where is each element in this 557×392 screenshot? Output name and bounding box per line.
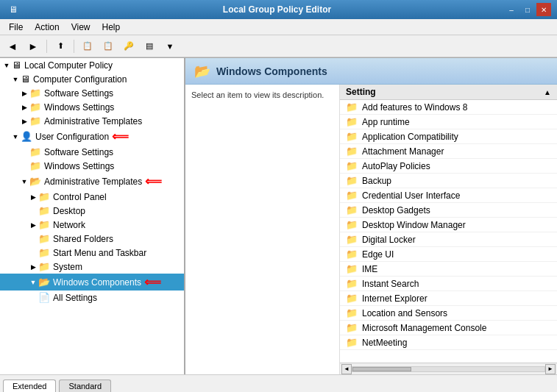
list-item[interactable]: 📁 Backup (340, 174, 557, 188)
list-item[interactable]: 📁 Desktop Window Manager (340, 218, 557, 232)
toolbar-separator-1 (46, 40, 47, 53)
tab-extended[interactable]: Extended (3, 379, 56, 392)
scroll-right-button[interactable]: ► (545, 364, 556, 374)
root-arrow: ▼ (3, 62, 10, 69)
back-button[interactable]: ◄ (3, 38, 22, 55)
tree-start-menu[interactable]: 📁 Start Menu and Taskbar (0, 246, 184, 260)
tree-shared-folders[interactable]: 📁 Shared Folders (0, 232, 184, 246)
horizontal-scrollbar[interactable]: ◄ ► (340, 363, 557, 374)
desktop-label: Desktop (53, 206, 85, 216)
folder-icon-4: 📁 (346, 146, 358, 157)
list-item[interactable]: 📁 Location and Sensors (340, 306, 557, 321)
windows-settings-2-label: Windows Settings (44, 161, 114, 171)
scroll-left-button[interactable]: ◄ (341, 364, 352, 374)
folder-icon-1: 📁 (346, 101, 358, 113)
user-config-icon: 👤 (21, 131, 32, 142)
computer-config-icon: 🖥 (21, 74, 30, 85)
tree-windows-components[interactable]: ▼ 📂 Windows Components ⟸ (0, 274, 184, 291)
maximize-button[interactable]: □ (520, 3, 535, 16)
folder-icon-13: 📁 (346, 278, 358, 289)
menu-file[interactable]: File (3, 21, 29, 34)
all-settings-icon: 📄 (38, 292, 50, 303)
tree-root[interactable]: ▼ 🖥 Local Computer Policy (0, 58, 184, 72)
toolbar-separator-2 (74, 40, 74, 53)
scroll-track[interactable] (352, 366, 545, 372)
tree-admin-templates-2[interactable]: ▼ 📂 Administrative Templates ⟸ (0, 173, 184, 190)
description-pane: Select an item to view its description. (185, 85, 340, 374)
content-header: 📂 Windows Components (185, 58, 557, 85)
new-button[interactable]: 🔑 (119, 38, 138, 55)
tree-admin-templates-1[interactable]: ▶ 📁 Administrative Templates (0, 114, 184, 128)
list-item[interactable]: 📁 Digital Locker (340, 232, 557, 247)
properties-button[interactable]: 📋 (99, 38, 118, 55)
folder-icon-5: 📁 (346, 160, 358, 171)
list-item[interactable]: 📁 App runtime (340, 115, 557, 129)
list-item[interactable]: 📁 Desktop Gadgets (340, 203, 557, 218)
up-button[interactable]: ⬆ (51, 38, 70, 55)
tree-software-settings-2[interactable]: 📁 Software Settings (0, 145, 184, 159)
windows-components-arrow: ▼ (29, 279, 37, 286)
list-item[interactable]: 📁 AutoPlay Policies (340, 159, 557, 174)
start-menu-arrow (29, 249, 37, 257)
tree-system[interactable]: ▶ 📁 System (0, 260, 184, 274)
content-header-icon: 📂 (194, 63, 210, 79)
window-title: Local Group Policy Editor (50, 4, 504, 15)
list-item-label-10: Digital Locker (362, 235, 416, 245)
desktop-arrow (29, 207, 37, 215)
list-item[interactable]: 📁 Edge UI (340, 247, 557, 262)
tree-root-label: Local Computer Policy (24, 60, 113, 71)
software-settings-2-icon: 📁 (29, 146, 41, 157)
tab-standard[interactable]: Standard (59, 379, 111, 392)
forward-button[interactable]: ► (24, 38, 43, 55)
start-menu-icon: 📁 (38, 247, 50, 258)
show-hide-button[interactable]: 📋 (78, 38, 97, 55)
admin-templates-1-icon: 📁 (29, 115, 41, 126)
folder-icon-16: 📁 (346, 322, 358, 333)
tree-all-settings[interactable]: 📄 All Settings (0, 291, 184, 304)
list-item-label-6: Backup (362, 176, 391, 186)
close-button[interactable]: ✕ (536, 3, 551, 16)
view-button[interactable]: ▤ (140, 38, 159, 55)
list-item-label-14: Internet Explorer (362, 293, 427, 304)
tree-software-settings-1[interactable]: ▶ 📁 Software Settings (0, 86, 184, 100)
scroll-thumb[interactable] (352, 367, 411, 371)
list-item-label-4: Attachment Manager (362, 146, 444, 157)
list-item[interactable]: 📁 NetMeeting (340, 335, 557, 350)
window-controls: – □ ✕ (504, 3, 551, 16)
tree-computer-config[interactable]: ▼ 🖥 Computer Configuration (0, 72, 184, 86)
folder-icon-3: 📁 (346, 131, 358, 142)
menu-bar: File Action View Help (0, 19, 557, 35)
windows-settings-1-arrow: ▶ (21, 104, 28, 111)
tree-network[interactable]: ▶ 📁 Network (0, 218, 184, 232)
list-pane[interactable]: 📁 Add features to Windows 8 📁 App runtim… (340, 100, 557, 363)
list-item[interactable]: 📁 Attachment Manager (340, 144, 557, 159)
tree-control-panel[interactable]: ▶ 📁 Control Panel (0, 190, 184, 204)
list-item-label-13: Instant Search (362, 279, 419, 289)
list-item[interactable]: 📁 Application Compatibility (340, 129, 557, 144)
list-item[interactable]: 📁 Microsoft Management Console (340, 321, 557, 335)
control-panel-arrow: ▶ (29, 193, 37, 201)
tree-user-config[interactable]: ▼ 👤 User Configuration ⟸ (0, 128, 184, 145)
tree-windows-settings-2[interactable]: 📁 Windows Settings (0, 159, 184, 173)
filter-button[interactable]: ▼ (160, 38, 180, 55)
content-panel: 📂 Windows Components Select an item to v… (185, 58, 557, 374)
list-item[interactable]: 📁 IME (340, 262, 557, 277)
folder-icon-10: 📁 (346, 234, 358, 245)
description-text: Select an item to view its description. (191, 90, 324, 99)
menu-help[interactable]: Help (96, 21, 127, 34)
list-item[interactable]: 📁 Credential User Interface (340, 188, 557, 203)
tree-desktop[interactable]: 📁 Desktop (0, 204, 184, 218)
minimize-button[interactable]: – (504, 3, 519, 16)
list-item-label-7: Credential User Interface (362, 190, 460, 201)
list-item[interactable]: 📁 Internet Explorer (340, 291, 557, 306)
menu-view[interactable]: View (65, 21, 96, 34)
list-item[interactable]: 📁 Add features to Windows 8 (340, 100, 557, 115)
shared-folders-icon: 📁 (38, 233, 50, 244)
sort-arrow-up[interactable]: ▲ (544, 88, 551, 96)
list-item[interactable]: 📁 Instant Search (340, 277, 557, 291)
folder-icon-6: 📁 (346, 175, 358, 186)
tree-panel[interactable]: ▼ 🖥 Local Computer Policy ▼ 🖥 Computer C… (0, 58, 185, 374)
menu-action[interactable]: Action (29, 21, 65, 34)
folder-icon-17: 📁 (346, 337, 358, 348)
tree-windows-settings-1[interactable]: ▶ 📁 Windows Settings (0, 100, 184, 114)
